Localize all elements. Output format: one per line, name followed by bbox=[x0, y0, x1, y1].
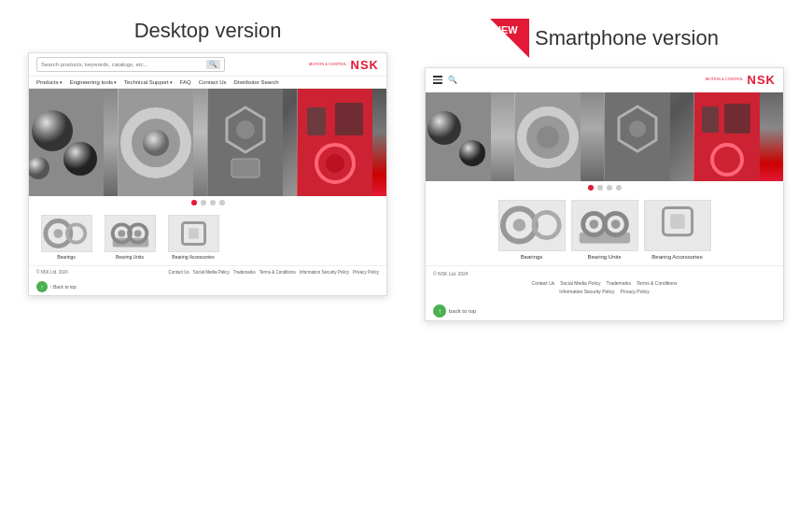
svg-point-32 bbox=[427, 111, 461, 145]
nav-item-distributor[interactable]: Distributor Search bbox=[233, 79, 278, 85]
desktop-hero-banner bbox=[29, 89, 386, 196]
desktop-product-thumb-units bbox=[105, 215, 156, 252]
hero-panel-2 bbox=[119, 89, 207, 196]
s-hero-panel-2 bbox=[515, 92, 604, 181]
hamburger-menu-icon[interactable] bbox=[433, 76, 442, 84]
desktop-product-thumb-accessories bbox=[168, 215, 219, 252]
desktop-search-input[interactable] bbox=[41, 62, 204, 67]
footer-link-contact[interactable]: Contact Us bbox=[169, 270, 189, 275]
dot-1[interactable] bbox=[191, 200, 197, 205]
smartphone-footer-links-row2: Information Security Policy Privacy Poli… bbox=[433, 289, 776, 294]
smartphone-back-to-top-icon: ↑ bbox=[433, 304, 446, 318]
smartphone-product-label-units: Bearing Units bbox=[587, 254, 621, 260]
footer-link-terms[interactable]: Terms & Conditions bbox=[259, 270, 296, 275]
footer-link-privacy[interactable]: Privacy Policy bbox=[353, 270, 379, 275]
desktop-product-label-accessories: Bearing Accessories bbox=[172, 254, 214, 260]
hero-panel-1 bbox=[29, 89, 118, 196]
smartphone-product-bearings[interactable]: Bearings bbox=[498, 200, 566, 260]
smartphone-product-thumb-accessories bbox=[644, 200, 711, 251]
smartphone-product-thumb-bearings bbox=[498, 200, 566, 251]
svg-point-33 bbox=[459, 140, 485, 166]
nav-item-contact[interactable]: Contact Us bbox=[199, 79, 227, 85]
svg-rect-41 bbox=[702, 106, 719, 133]
svg-text:NEW: NEW bbox=[494, 24, 518, 35]
motion-control-desktop: MOTION & CONTROL bbox=[309, 62, 346, 66]
smartphone-title: Smartphone version bbox=[535, 26, 719, 50]
desktop-back-to-top[interactable]: ↑ ↑ Back to top bbox=[29, 278, 386, 295]
smartphone-product-accessories[interactable]: Bearing Accessories bbox=[644, 200, 711, 260]
svg-rect-10 bbox=[231, 159, 259, 177]
smartphone-carousel-dots bbox=[426, 181, 783, 194]
footer-link-social[interactable]: Social Media Policy bbox=[193, 270, 230, 275]
footer-link-trademarks[interactable]: Trademarks bbox=[233, 270, 256, 275]
motion-control-smartphone: MOTION & CONTROL bbox=[706, 77, 743, 81]
s-hero-panel-3 bbox=[605, 92, 693, 181]
search-icon[interactable]: 🔍 bbox=[206, 60, 220, 69]
svg-rect-28 bbox=[189, 228, 199, 239]
back-to-top-text: ↑ Back to top bbox=[49, 284, 77, 290]
svg-point-53 bbox=[610, 219, 620, 229]
desktop-products: Bearings Bearing Units bbox=[29, 209, 386, 265]
s-footer-link-privacy[interactable]: Privacy Policy bbox=[621, 289, 650, 294]
svg-point-39 bbox=[629, 120, 646, 137]
svg-point-6 bbox=[143, 130, 169, 156]
s-dot-4[interactable] bbox=[616, 185, 622, 191]
nsk-logo-smartphone: MOTION & CONTROL NSK bbox=[706, 73, 776, 87]
dot-4[interactable] bbox=[219, 200, 225, 205]
svg-point-46 bbox=[512, 219, 525, 232]
dot-3[interactable] bbox=[210, 200, 216, 205]
s-dot-3[interactable] bbox=[607, 185, 612, 191]
s-footer-link-social[interactable]: Social Media Policy bbox=[560, 280, 600, 286]
smartphone-back-to-top[interactable]: ↑ back to top bbox=[426, 302, 783, 320]
svg-point-36 bbox=[537, 126, 559, 148]
nsk-text-desktop: NSK bbox=[351, 58, 379, 72]
svg-point-1 bbox=[32, 110, 73, 151]
smartphone-product-units[interactable]: Bearing Units bbox=[571, 200, 638, 260]
smartphone-header: 🔍 MOTION & CONTROL NSK bbox=[426, 68, 783, 92]
smartphone-header-left: 🔍 bbox=[433, 76, 457, 84]
smartphone-search-icon[interactable]: 🔍 bbox=[448, 76, 457, 84]
hero-panel-3 bbox=[208, 89, 297, 196]
nav-item-engineering[interactable]: Engineering tools bbox=[70, 79, 117, 85]
s-hero-panel-4 bbox=[694, 92, 783, 181]
hero-panel-4 bbox=[298, 89, 386, 196]
desktop-product-bearings[interactable]: Bearings bbox=[38, 215, 94, 260]
nav-item-faq[interactable]: FAQ bbox=[180, 79, 191, 85]
smartphone-copyright: © NSK Ltd. 2024 bbox=[433, 271, 776, 276]
svg-point-2 bbox=[63, 142, 97, 176]
smartphone-hero-banner bbox=[426, 92, 783, 181]
desktop-search-bar[interactable]: 🔍 bbox=[36, 57, 225, 72]
desktop-nav: Products Engineering tools Technical Sup… bbox=[29, 77, 386, 89]
desktop-product-units[interactable]: Bearing Units bbox=[102, 215, 158, 260]
svg-rect-12 bbox=[307, 107, 326, 135]
smartphone-footer: © NSK Ltd. 2024 Contact Us Social Media … bbox=[426, 265, 783, 302]
desktop-footer-links: Contact Us Social Media Policy Trademark… bbox=[169, 270, 379, 275]
s-dot-2[interactable] bbox=[597, 185, 603, 191]
smartphone-product-label-accessories: Bearing Accessories bbox=[651, 254, 702, 260]
smartphone-section: NEW Smartphone version 🔍 MOTION bbox=[425, 19, 784, 321]
smartphone-product-label-bearings: Bearings bbox=[521, 254, 543, 260]
svg-rect-7 bbox=[208, 89, 283, 196]
smartphone-footer-links-row1: Contact Us Social Media Policy Trademark… bbox=[433, 280, 776, 286]
new-badge-container: NEW bbox=[490, 19, 529, 58]
desktop-header: 🔍 MOTION & CONTROL NSK bbox=[29, 53, 386, 77]
nav-item-products[interactable]: Products bbox=[36, 79, 63, 85]
back-to-top-icon: ↑ bbox=[36, 281, 48, 292]
s-footer-link-terms[interactable]: Terms & Conditions bbox=[637, 280, 677, 286]
s-hero-panel-1 bbox=[426, 92, 514, 181]
s-footer-link-trademarks[interactable]: Trademarks bbox=[607, 280, 632, 286]
nav-item-technical[interactable]: Technical Support bbox=[124, 79, 173, 85]
svg-rect-13 bbox=[335, 103, 363, 135]
version-comparison: Desktop version 🔍 MOTION & CONTROL NSK P… bbox=[28, 19, 784, 321]
svg-rect-42 bbox=[724, 104, 750, 134]
svg-rect-56 bbox=[670, 214, 685, 229]
smartphone-mockup: 🔍 MOTION & CONTROL NSK bbox=[425, 67, 784, 321]
svg-point-25 bbox=[133, 230, 141, 237]
s-dot-1[interactable] bbox=[588, 185, 594, 191]
dot-2[interactable] bbox=[201, 200, 206, 205]
footer-link-security[interactable]: Information Security Policy bbox=[300, 270, 349, 275]
nsk-text-smartphone: NSK bbox=[748, 73, 776, 87]
s-footer-link-security[interactable]: Information Security Policy bbox=[559, 289, 614, 294]
s-footer-link-contact[interactable]: Contact Us bbox=[532, 280, 555, 286]
desktop-product-accessories[interactable]: Bearing Accessories bbox=[165, 215, 221, 260]
